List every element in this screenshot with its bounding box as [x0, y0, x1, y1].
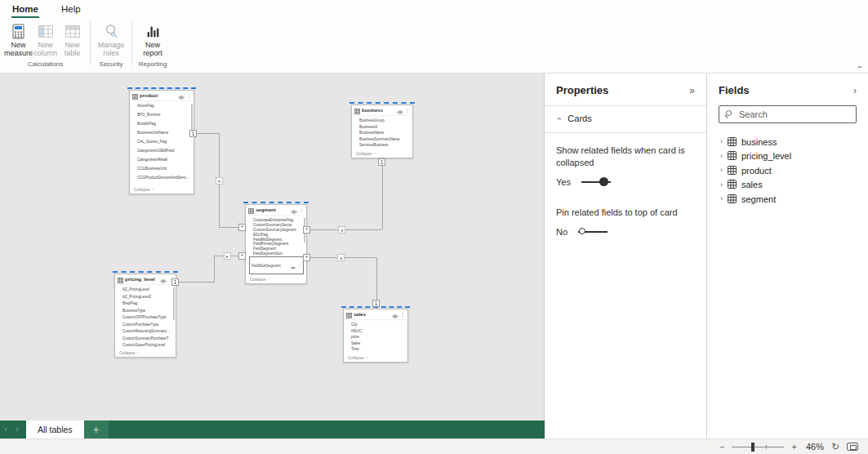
reset-zoom-icon[interactable]: ↻ [831, 442, 839, 452]
field-row[interactable]: FieldMidSegment [253, 238, 303, 242]
table-card-segment[interactable]: segment ⋮ CorporateEnterpriseFlag Custom… [245, 204, 307, 284]
show-related-toggle[interactable] [581, 177, 611, 187]
fields-item-segment[interactable]: › segment [719, 192, 857, 207]
field-row[interactable]: FieldSegment [253, 247, 303, 251]
field-row[interactable]: CustomSummarySegment [253, 228, 303, 232]
eye-icon[interactable] [178, 88, 185, 103]
collapse-card-link[interactable]: Collapse› [250, 277, 269, 282]
field-row[interactable]: price [351, 335, 404, 339]
field-row[interactable]: CustomSuperPricingLevel [122, 343, 172, 347]
more-options-icon[interactable]: ⋮ [400, 312, 405, 317]
fields-item-business[interactable]: › business [719, 135, 857, 149]
field-row-selected[interactable]: FieldSubSegment ⋮ [249, 256, 304, 274]
collapse-card-link[interactable]: Collapse› [348, 355, 367, 360]
field-row[interactable]: CustomPurchaseType [122, 323, 172, 327]
new-table-button[interactable]: New table [59, 20, 86, 59]
field-row[interactable]: CustomOFPPurchaseType [122, 315, 172, 319]
model-diagram-canvas[interactable]: 1 ▾ * 1 ◂ * 1 ▸ * * ◂ 1 product ⋮ AzureF… [0, 73, 545, 421]
fit-to-screen-icon[interactable] [847, 443, 858, 451]
manage-roles-button[interactable]: Manage roles [95, 20, 127, 59]
previous-page-icon[interactable]: ‹ [0, 425, 11, 434]
field-row[interactable]: HDUC [351, 329, 404, 333]
fields-item-product[interactable]: › product [719, 163, 857, 178]
chevron-right-icon[interactable]: › [720, 181, 723, 189]
field-row[interactable]: BusinessSummaryName [359, 137, 409, 141]
eye-icon[interactable] [291, 203, 297, 217]
field-row[interactable]: BusinessId [359, 125, 409, 129]
card-header[interactable]: sales ⋮ [344, 309, 407, 320]
field-row[interactable]: CAL_Socket_Flag [137, 140, 190, 144]
zoom-slider-handle[interactable] [751, 443, 754, 452]
field-row[interactable]: CustomReportingSummaryPrici… [122, 329, 172, 333]
new-measure-button[interactable]: New measure [5, 20, 32, 59]
field-row[interactable]: BusinessUnitName [137, 131, 190, 135]
tab-home[interactable]: Home [11, 4, 39, 18]
card-scrollbar[interactable] [173, 287, 175, 320]
next-page-icon[interactable]: › [11, 425, 23, 434]
field-row[interactable]: City [351, 323, 404, 327]
zoom-percentage[interactable]: 46% [806, 442, 824, 452]
relationship-line[interactable] [382, 158, 383, 229]
collapse-card-link[interactable]: Collapse› [119, 350, 138, 355]
card-header[interactable]: pricing_level ⋮ [115, 274, 176, 285]
zoom-slider[interactable] [732, 443, 784, 452]
field-row[interactable]: CustomSummaryPurchaseType [122, 336, 172, 340]
chevron-right-icon[interactable]: › [720, 195, 723, 203]
more-options-icon[interactable]: ⋮ [186, 93, 191, 98]
chevron-right-icon[interactable]: › [720, 167, 723, 174]
card-header[interactable]: product ⋮ [130, 91, 194, 101]
field-row[interactable]: BrepFlag [122, 301, 172, 305]
collapse-card-link[interactable]: Collapse› [356, 151, 375, 156]
more-options-icon[interactable]: ⋮ [299, 207, 304, 212]
new-column-button[interactable]: New column [32, 20, 59, 59]
field-row[interactable]: EDUFlag [253, 233, 303, 237]
relationship-line[interactable] [194, 133, 219, 134]
more-options-icon[interactable]: ⋮ [405, 108, 410, 113]
table-card-pricing-level[interactable]: pricing_level ⋮ AZ_PricingLevel AZ_Prici… [114, 274, 176, 358]
field-row[interactable]: AzureFlag [137, 104, 190, 108]
collapse-ribbon-icon[interactable]: › [855, 65, 863, 68]
fields-item-sales[interactable]: › sales [719, 178, 857, 193]
pin-related-toggle[interactable] [578, 227, 608, 237]
field-row[interactable]: CCGBusinessUnit [137, 167, 190, 171]
collapse-card-link[interactable]: Collapse› [134, 187, 153, 192]
field-row[interactable]: BusinessName [359, 131, 409, 135]
relationship-line[interactable] [214, 256, 215, 283]
field-row[interactable]: CCGProductDevicesAndServices [137, 176, 190, 180]
card-header[interactable]: segment ⋮ [246, 205, 306, 216]
fields-item-pricing-level[interactable]: › pricing_level [719, 149, 857, 164]
zoom-in-button[interactable]: + [791, 443, 796, 452]
eye-icon[interactable] [397, 103, 403, 118]
field-row-sorted[interactable]: ⇅FieldSegmentSort [253, 251, 303, 256]
more-options-icon[interactable]: ⋮ [297, 264, 301, 268]
field-row[interactable]: AZ_PricingLevel2 [122, 295, 172, 299]
field-row[interactable]: Time [351, 347, 404, 351]
field-row[interactable]: CustomSummarySector [253, 223, 303, 227]
chevron-right-icon[interactable]: › [720, 138, 723, 145]
zoom-out-button[interactable]: − [719, 443, 724, 452]
collapse-panel-icon[interactable]: › [853, 86, 857, 96]
eye-icon[interactable] [291, 258, 296, 273]
field-row[interactable]: CategoriesInRetail [137, 158, 190, 162]
field-row[interactable]: AZ_PricingLevel [122, 287, 172, 292]
cards-section-header[interactable]: › Cards [556, 106, 695, 123]
field-row[interactable]: BusinessGroup [359, 118, 409, 122]
field-row[interactable]: ServicesBusiness [359, 143, 409, 147]
field-row[interactable]: FieldPrimarySegment [253, 242, 303, 246]
eye-icon[interactable] [392, 307, 398, 322]
table-card-sales[interactable]: sales ⋮ City HDUC price Sales Time Colla… [343, 309, 408, 363]
search-input[interactable] [719, 105, 857, 123]
collapse-panel-icon[interactable]: » [689, 86, 695, 96]
chevron-right-icon[interactable]: › [720, 153, 723, 160]
table-card-product[interactable]: product ⋮ AzureFlag BFO_Runtime BundleFl… [129, 90, 194, 194]
field-row[interactable]: Sales [351, 341, 404, 345]
field-row[interactable]: BundleFlag [137, 122, 190, 126]
field-row[interactable]: CategoriesInOEMField [137, 149, 190, 153]
field-row[interactable]: CorporateEnterpriseFlag [253, 218, 303, 222]
table-card-business[interactable]: business ⋮ BusinessGroup BusinessId Busi… [351, 105, 413, 158]
tab-help[interactable]: Help [60, 4, 82, 18]
relationship-line[interactable] [179, 282, 214, 283]
field-row[interactable]: BFO_Runtime [137, 113, 190, 117]
eye-icon[interactable] [160, 272, 167, 287]
add-layout-button[interactable]: + [84, 421, 109, 438]
